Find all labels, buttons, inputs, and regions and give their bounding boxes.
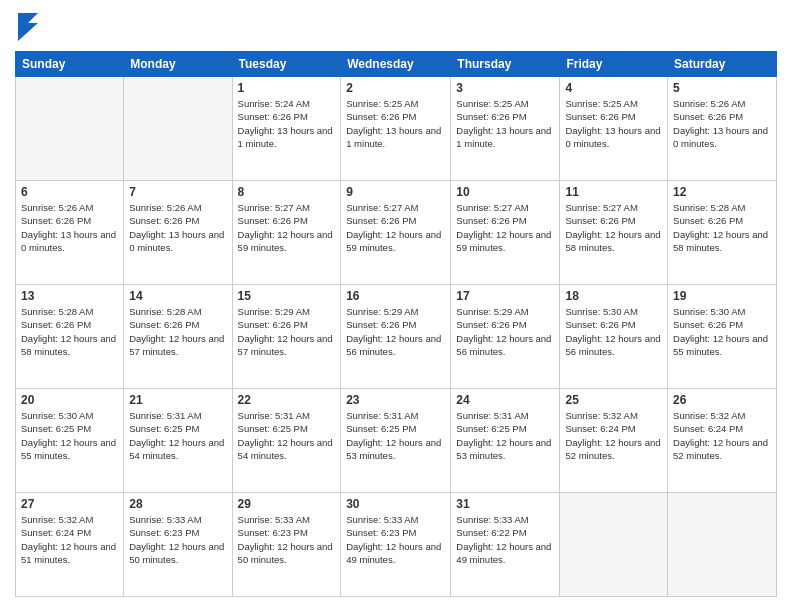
calendar-cell xyxy=(16,77,124,181)
day-number: 31 xyxy=(456,497,554,511)
cell-content: Sunrise: 5:31 AM Sunset: 6:25 PM Dayligh… xyxy=(238,409,336,462)
calendar-cell: 14Sunrise: 5:28 AM Sunset: 6:26 PM Dayli… xyxy=(124,285,232,389)
day-number: 12 xyxy=(673,185,771,199)
calendar-header-monday: Monday xyxy=(124,52,232,77)
calendar: SundayMondayTuesdayWednesdayThursdayFrid… xyxy=(15,51,777,597)
calendar-header-friday: Friday xyxy=(560,52,668,77)
cell-content: Sunrise: 5:32 AM Sunset: 6:24 PM Dayligh… xyxy=(21,513,118,566)
calendar-cell: 18Sunrise: 5:30 AM Sunset: 6:26 PM Dayli… xyxy=(560,285,668,389)
calendar-cell: 4Sunrise: 5:25 AM Sunset: 6:26 PM Daylig… xyxy=(560,77,668,181)
calendar-header-tuesday: Tuesday xyxy=(232,52,341,77)
day-number: 21 xyxy=(129,393,226,407)
day-number: 18 xyxy=(565,289,662,303)
calendar-cell: 24Sunrise: 5:31 AM Sunset: 6:25 PM Dayli… xyxy=(451,389,560,493)
day-number: 8 xyxy=(238,185,336,199)
calendar-week-3: 20Sunrise: 5:30 AM Sunset: 6:25 PM Dayli… xyxy=(16,389,777,493)
cell-content: Sunrise: 5:27 AM Sunset: 6:26 PM Dayligh… xyxy=(238,201,336,254)
day-number: 11 xyxy=(565,185,662,199)
calendar-cell: 20Sunrise: 5:30 AM Sunset: 6:25 PM Dayli… xyxy=(16,389,124,493)
calendar-cell: 23Sunrise: 5:31 AM Sunset: 6:25 PM Dayli… xyxy=(341,389,451,493)
calendar-cell: 8Sunrise: 5:27 AM Sunset: 6:26 PM Daylig… xyxy=(232,181,341,285)
day-number: 9 xyxy=(346,185,445,199)
calendar-cell xyxy=(124,77,232,181)
calendar-cell xyxy=(668,493,777,597)
calendar-week-0: 1Sunrise: 5:24 AM Sunset: 6:26 PM Daylig… xyxy=(16,77,777,181)
day-number: 19 xyxy=(673,289,771,303)
cell-content: Sunrise: 5:28 AM Sunset: 6:26 PM Dayligh… xyxy=(129,305,226,358)
cell-content: Sunrise: 5:31 AM Sunset: 6:25 PM Dayligh… xyxy=(129,409,226,462)
calendar-cell: 17Sunrise: 5:29 AM Sunset: 6:26 PM Dayli… xyxy=(451,285,560,389)
cell-content: Sunrise: 5:30 AM Sunset: 6:25 PM Dayligh… xyxy=(21,409,118,462)
cell-content: Sunrise: 5:31 AM Sunset: 6:25 PM Dayligh… xyxy=(456,409,554,462)
calendar-header-saturday: Saturday xyxy=(668,52,777,77)
calendar-cell: 30Sunrise: 5:33 AM Sunset: 6:23 PM Dayli… xyxy=(341,493,451,597)
day-number: 26 xyxy=(673,393,771,407)
calendar-header-row: SundayMondayTuesdayWednesdayThursdayFrid… xyxy=(16,52,777,77)
cell-content: Sunrise: 5:28 AM Sunset: 6:26 PM Dayligh… xyxy=(21,305,118,358)
calendar-cell: 2Sunrise: 5:25 AM Sunset: 6:26 PM Daylig… xyxy=(341,77,451,181)
logo-icon xyxy=(18,13,38,41)
cell-content: Sunrise: 5:33 AM Sunset: 6:23 PM Dayligh… xyxy=(346,513,445,566)
calendar-cell: 3Sunrise: 5:25 AM Sunset: 6:26 PM Daylig… xyxy=(451,77,560,181)
cell-content: Sunrise: 5:29 AM Sunset: 6:26 PM Dayligh… xyxy=(346,305,445,358)
cell-content: Sunrise: 5:25 AM Sunset: 6:26 PM Dayligh… xyxy=(346,97,445,150)
calendar-cell: 16Sunrise: 5:29 AM Sunset: 6:26 PM Dayli… xyxy=(341,285,451,389)
day-number: 22 xyxy=(238,393,336,407)
calendar-cell: 9Sunrise: 5:27 AM Sunset: 6:26 PM Daylig… xyxy=(341,181,451,285)
cell-content: Sunrise: 5:28 AM Sunset: 6:26 PM Dayligh… xyxy=(673,201,771,254)
cell-content: Sunrise: 5:26 AM Sunset: 6:26 PM Dayligh… xyxy=(129,201,226,254)
cell-content: Sunrise: 5:24 AM Sunset: 6:26 PM Dayligh… xyxy=(238,97,336,150)
calendar-cell: 7Sunrise: 5:26 AM Sunset: 6:26 PM Daylig… xyxy=(124,181,232,285)
day-number: 5 xyxy=(673,81,771,95)
day-number: 28 xyxy=(129,497,226,511)
calendar-cell: 13Sunrise: 5:28 AM Sunset: 6:26 PM Dayli… xyxy=(16,285,124,389)
cell-content: Sunrise: 5:27 AM Sunset: 6:26 PM Dayligh… xyxy=(565,201,662,254)
cell-content: Sunrise: 5:29 AM Sunset: 6:26 PM Dayligh… xyxy=(238,305,336,358)
calendar-cell: 21Sunrise: 5:31 AM Sunset: 6:25 PM Dayli… xyxy=(124,389,232,493)
calendar-week-2: 13Sunrise: 5:28 AM Sunset: 6:26 PM Dayli… xyxy=(16,285,777,389)
day-number: 1 xyxy=(238,81,336,95)
day-number: 23 xyxy=(346,393,445,407)
calendar-header-sunday: Sunday xyxy=(16,52,124,77)
day-number: 27 xyxy=(21,497,118,511)
cell-content: Sunrise: 5:31 AM Sunset: 6:25 PM Dayligh… xyxy=(346,409,445,462)
day-number: 17 xyxy=(456,289,554,303)
logo xyxy=(15,15,38,41)
calendar-header-wednesday: Wednesday xyxy=(341,52,451,77)
day-number: 24 xyxy=(456,393,554,407)
calendar-cell: 25Sunrise: 5:32 AM Sunset: 6:24 PM Dayli… xyxy=(560,389,668,493)
day-number: 16 xyxy=(346,289,445,303)
calendar-header-thursday: Thursday xyxy=(451,52,560,77)
day-number: 20 xyxy=(21,393,118,407)
day-number: 10 xyxy=(456,185,554,199)
cell-content: Sunrise: 5:29 AM Sunset: 6:26 PM Dayligh… xyxy=(456,305,554,358)
calendar-cell xyxy=(560,493,668,597)
day-number: 7 xyxy=(129,185,226,199)
calendar-cell: 28Sunrise: 5:33 AM Sunset: 6:23 PM Dayli… xyxy=(124,493,232,597)
cell-content: Sunrise: 5:30 AM Sunset: 6:26 PM Dayligh… xyxy=(673,305,771,358)
day-number: 29 xyxy=(238,497,336,511)
header xyxy=(15,15,777,41)
calendar-cell: 5Sunrise: 5:26 AM Sunset: 6:26 PM Daylig… xyxy=(668,77,777,181)
cell-content: Sunrise: 5:32 AM Sunset: 6:24 PM Dayligh… xyxy=(673,409,771,462)
cell-content: Sunrise: 5:33 AM Sunset: 6:22 PM Dayligh… xyxy=(456,513,554,566)
calendar-cell: 6Sunrise: 5:26 AM Sunset: 6:26 PM Daylig… xyxy=(16,181,124,285)
cell-content: Sunrise: 5:25 AM Sunset: 6:26 PM Dayligh… xyxy=(565,97,662,150)
cell-content: Sunrise: 5:32 AM Sunset: 6:24 PM Dayligh… xyxy=(565,409,662,462)
cell-content: Sunrise: 5:25 AM Sunset: 6:26 PM Dayligh… xyxy=(456,97,554,150)
cell-content: Sunrise: 5:26 AM Sunset: 6:26 PM Dayligh… xyxy=(673,97,771,150)
cell-content: Sunrise: 5:33 AM Sunset: 6:23 PM Dayligh… xyxy=(129,513,226,566)
calendar-week-4: 27Sunrise: 5:32 AM Sunset: 6:24 PM Dayli… xyxy=(16,493,777,597)
svg-marker-0 xyxy=(18,13,38,41)
day-number: 2 xyxy=(346,81,445,95)
calendar-week-1: 6Sunrise: 5:26 AM Sunset: 6:26 PM Daylig… xyxy=(16,181,777,285)
calendar-cell: 31Sunrise: 5:33 AM Sunset: 6:22 PM Dayli… xyxy=(451,493,560,597)
calendar-cell: 29Sunrise: 5:33 AM Sunset: 6:23 PM Dayli… xyxy=(232,493,341,597)
day-number: 4 xyxy=(565,81,662,95)
day-number: 3 xyxy=(456,81,554,95)
day-number: 15 xyxy=(238,289,336,303)
calendar-cell: 11Sunrise: 5:27 AM Sunset: 6:26 PM Dayli… xyxy=(560,181,668,285)
day-number: 25 xyxy=(565,393,662,407)
calendar-cell: 15Sunrise: 5:29 AM Sunset: 6:26 PM Dayli… xyxy=(232,285,341,389)
day-number: 14 xyxy=(129,289,226,303)
